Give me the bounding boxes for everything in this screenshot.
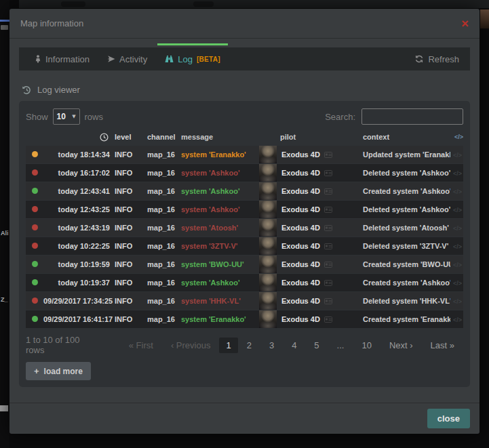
search-input[interactable] [361,108,463,125]
log-level: INFO [110,279,142,287]
column-header-pilot[interactable]: pilot [259,133,358,141]
log-time: 09/29/2017 16:41:17 [43,315,110,323]
log-time: today 12:43:25 [43,205,110,213]
tab-information[interactable]: Information [26,47,98,70]
code-icon: </> [453,207,463,213]
pilot-avatar [259,274,277,291]
table-row[interactable]: today 12:43:25 INFO map_16 system 'Ashko… [26,201,463,218]
code-icon: </> [453,188,463,195]
pagination-page-5[interactable]: 5 [305,338,328,353]
table-row[interactable]: today 16:17:02 INFO map_16 system 'Ashko… [26,164,463,182]
log-time: today 16:17:02 [43,169,110,177]
pagination-next[interactable]: Next › [380,338,422,353]
pagination-info: 1 to 10 of 100 rows [26,335,90,355]
code-icon: </> [453,298,463,305]
page-size-select[interactable]: 10 ▼ [53,108,80,125]
id-card-icon [324,280,332,286]
table-row[interactable]: 09/29/2017 16:41:17 INFO map_16 system '… [26,310,463,328]
log-viewer-title: Log viewer [37,85,80,95]
search-label: Search: [325,112,355,122]
log-time: 09/29/2017 17:34:25 [43,297,110,305]
close-button[interactable]: close [427,409,470,428]
pilot-avatar [259,201,277,218]
page-size-value: 10 [57,112,66,121]
id-card-icon [324,298,332,304]
table-row[interactable]: today 12:43:41 INFO map_16 system 'Ashko… [26,182,463,200]
background-scrollbar-fragment [0,405,8,411]
log-channel: map_16 [142,169,179,177]
table-controls: Show 10 ▼ rows Search: [26,108,463,125]
table-row[interactable]: today 10:19:37 INFO map_16 system 'Ashko… [26,274,463,291]
pagination-page-10[interactable]: 10 [353,338,380,353]
load-more-label: load more [44,367,83,376]
status-dot [32,151,38,157]
log-context: Created system 'Ashkoo' ... [358,187,450,195]
table-row[interactable]: 09/29/2017 17:34:25 INFO map_16 system '… [26,292,463,310]
id-card-icon [324,317,332,323]
pagination-first[interactable]: « First [120,338,162,353]
table-row[interactable]: today 10:19:59 INFO map_16 system 'BWO-U… [26,256,463,273]
tab-log[interactable]: Log [BETA] [156,47,229,70]
table-row[interactable]: today 12:43:19 INFO map_16 system 'Atoos… [26,219,463,237]
pagination-last[interactable]: Last » [422,338,463,353]
code-column-icon[interactable]: </> [450,134,463,140]
log-message: system 'BWO-UU' [179,260,259,268]
clock-icon[interactable] [43,133,110,142]
pagination-page-4[interactable]: 4 [283,338,305,353]
code-icon: </> [453,152,463,159]
pagination: 1 to 10 of 100 rows « First ‹ Previous 1… [26,335,463,355]
id-card-icon [324,207,332,213]
log-context: Deleted system '3ZTV-V' #... [358,242,450,250]
log-level: INFO [110,169,142,177]
background-blue-line [0,20,9,22]
log-level: INFO [110,224,142,232]
pagination-page-2[interactable]: 2 [238,338,260,353]
pagination-page-3[interactable]: 3 [260,338,283,353]
street-view-icon [35,55,41,63]
table-row[interactable]: today 10:22:25 INFO map_16 system '3ZTV-… [26,237,463,255]
column-header-message[interactable]: message [179,133,259,141]
pilot-name: Exodus 4D [281,242,320,250]
history-icon [22,85,32,95]
log-context: Deleted system 'Ashkoo' ... [358,169,450,177]
table-row[interactable]: today 18:14:34 INFO map_16 system 'Erana… [26,146,463,163]
plane-icon [107,55,115,63]
background-blob [193,1,214,7]
refresh-button[interactable]: Refresh [415,54,463,64]
pilot-avatar [259,310,277,328]
log-context: Created system 'Ashkoo' ... [358,279,450,287]
close-icon[interactable]: × [461,17,469,30]
log-time: today 18:14:34 [43,150,110,159]
pilot-avatar [259,182,277,200]
status-dot [32,298,38,304]
pagination-nav: « First ‹ Previous 1 2 3 4 5 ... 10 Next… [120,338,463,353]
log-level: INFO [110,187,142,195]
pilot-name: Exodus 4D [281,279,320,287]
column-header-context[interactable]: context [358,133,450,141]
log-message: system 'Ashkoo' [179,279,259,287]
pagination-previous[interactable]: ‹ Previous [162,338,220,353]
log-channel: map_16 [142,315,179,323]
log-channel: map_16 [142,297,179,305]
id-card-icon [324,170,332,176]
pilot-name: Exodus 4D [281,224,320,232]
dialog-header: Map information × [9,9,480,39]
status-dot [32,206,38,212]
id-card-icon [324,152,332,158]
pagination-page-1[interactable]: 1 [219,338,237,353]
pilot-name: Exodus 4D [281,205,320,213]
log-channel: map_16 [142,150,179,159]
active-tab-indicator [157,43,228,45]
pilot-avatar [259,146,277,163]
load-more-button[interactable]: + load more [26,362,91,380]
pilot-name: Exodus 4D [281,187,320,195]
tab-activity[interactable]: Activity [98,47,156,70]
log-message: system '3ZTV-V' [179,242,259,250]
binoculars-icon [165,55,174,63]
column-header-level[interactable]: level [110,133,142,141]
log-channel: map_16 [142,205,179,213]
id-card-icon [324,243,332,249]
status-dot [32,316,38,322]
column-header-channel[interactable]: channel [142,133,179,141]
pilot-name: Exodus 4D [281,169,320,177]
